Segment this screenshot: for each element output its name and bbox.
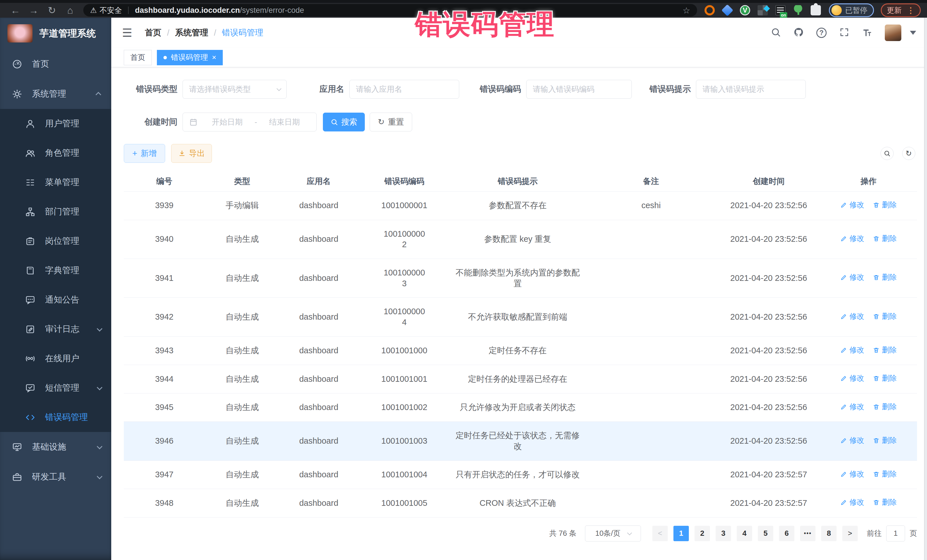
address-bar[interactable]: ⚠ 不安全 dashboard.yudao.iocoder.cn/system/…	[83, 4, 697, 17]
sidebar-item-4[interactable]: 菜单管理	[0, 168, 111, 197]
toggle-search-button[interactable]	[880, 147, 894, 160]
goto-page-input[interactable]	[886, 525, 905, 542]
profile-chip[interactable]: 已暂停	[829, 3, 874, 17]
reload-icon[interactable]: ↻	[43, 5, 61, 16]
sidebar-item-12[interactable]: 错误码管理	[0, 403, 111, 432]
extension-icon[interactable]: on	[775, 5, 786, 15]
tab-close-icon[interactable]: ×	[212, 53, 216, 62]
pagination: 共 76 条 10条/页 <123456•••8> 前往 页	[124, 525, 917, 553]
type-select[interactable]	[182, 80, 287, 99]
bookmark-star-icon[interactable]: ☆	[682, 5, 690, 15]
edit-link[interactable]: 修改	[840, 498, 864, 507]
type-select-input[interactable]	[189, 85, 274, 94]
hamburger-icon[interactable]: ☰	[122, 26, 132, 39]
extension-icon[interactable]	[793, 5, 803, 15]
sidebar-item-0[interactable]: 首页	[0, 49, 111, 79]
breadcrumb-system[interactable]: 系统管理	[175, 27, 208, 38]
sidebar-logo[interactable]: 芋道管理系统	[0, 18, 111, 49]
browser-update-button[interactable]: 更新 ⋮	[881, 3, 921, 17]
prev-page-button[interactable]: <	[652, 526, 668, 541]
delete-link[interactable]: 删除	[873, 234, 897, 243]
export-button[interactable]: 导出	[171, 144, 212, 163]
page-button-3[interactable]: 3	[716, 526, 731, 541]
page-size-select[interactable]: 10条/页	[585, 525, 641, 542]
extension-icon[interactable]: V	[740, 5, 750, 15]
delete-link[interactable]: 删除	[873, 469, 897, 479]
delete-link[interactable]: 删除	[873, 498, 897, 507]
sidebar-item-7[interactable]: 字典管理	[0, 256, 111, 285]
edit-link[interactable]: 修改	[840, 234, 864, 243]
page-button-8[interactable]: 8	[821, 526, 837, 541]
page-button-5[interactable]: 5	[758, 526, 773, 541]
delete-link[interactable]: 删除	[873, 402, 897, 412]
row-app: dashboard	[280, 422, 358, 460]
back-icon[interactable]: ←	[6, 5, 24, 16]
help-icon[interactable]: ?	[816, 28, 827, 38]
edit-link[interactable]: 修改	[840, 312, 864, 321]
fullscreen-icon[interactable]	[839, 27, 849, 38]
page-button-6[interactable]: 6	[779, 526, 794, 541]
end-date-input[interactable]	[259, 118, 310, 127]
delete-link[interactable]: 删除	[873, 312, 897, 321]
code-input[interactable]	[533, 85, 625, 94]
start-date-input[interactable]	[202, 118, 253, 127]
reset-button[interactable]: ↻ 重置	[370, 112, 412, 132]
delete-link[interactable]: 删除	[873, 273, 897, 282]
delete-link[interactable]: 删除	[873, 345, 897, 355]
sidebar-item-label: 首页	[32, 58, 49, 70]
home-icon[interactable]: ⌂	[61, 5, 79, 16]
date-range-picker[interactable]: -	[182, 112, 317, 132]
security-warning[interactable]: ⚠ 不安全	[90, 5, 122, 15]
sidebar-item-2[interactable]: 用户管理	[0, 109, 111, 138]
sidebar-item-13[interactable]: 基础设施	[0, 432, 111, 462]
sidebar-item-14[interactable]: 研发工具	[0, 462, 111, 492]
delete-link[interactable]: 删除	[873, 200, 897, 210]
page-button-2[interactable]: 2	[694, 526, 710, 541]
sidebar-item-6[interactable]: 岗位管理	[0, 226, 111, 256]
github-icon[interactable]	[793, 27, 804, 38]
edit-link[interactable]: 修改	[840, 373, 864, 383]
breadcrumb-home[interactable]: 首页	[145, 27, 161, 38]
refresh-table-button[interactable]: ↻	[902, 147, 915, 160]
add-button[interactable]: + 新增	[124, 144, 165, 163]
sidebar-item-3[interactable]: 角色管理	[0, 138, 111, 168]
extension-icon[interactable]	[721, 4, 733, 16]
more-pages-button[interactable]: •••	[800, 526, 816, 541]
page-button-4[interactable]: 4	[737, 526, 752, 541]
extension-icon[interactable]	[758, 5, 768, 15]
profile-avatar	[831, 5, 842, 15]
scrollbar[interactable]	[924, 18, 927, 560]
edit-link[interactable]: 修改	[840, 273, 864, 282]
row-time: 2021-04-20 23:52:56	[717, 393, 820, 422]
delete-link[interactable]: 删除	[873, 436, 897, 445]
avatar-caret-icon[interactable]	[910, 31, 916, 35]
browser-menu-icon[interactable]: ⋮	[907, 6, 915, 15]
edit-link[interactable]: 修改	[840, 402, 864, 412]
sidebar-item-9[interactable]: 审计日志	[0, 314, 111, 344]
user-avatar[interactable]	[885, 24, 901, 41]
sidebar-item-10[interactable]: 在线用户	[0, 344, 111, 373]
forward-icon[interactable]: →	[24, 5, 43, 16]
extensions-puzzle-icon[interactable]	[811, 5, 821, 15]
delete-link[interactable]: 删除	[873, 373, 897, 383]
search-button[interactable]: 搜索	[323, 112, 365, 132]
tree-table-icon	[24, 177, 36, 188]
sidebar-item-11[interactable]: 短信管理	[0, 373, 111, 403]
edit-link[interactable]: 修改	[840, 436, 864, 445]
app-input[interactable]	[356, 85, 453, 94]
tab-error-code[interactable]: 错误码管理 ×	[157, 50, 223, 65]
sidebar-item-5[interactable]: 部门管理	[0, 197, 111, 226]
msg-input[interactable]	[702, 85, 799, 94]
next-page-button[interactable]: >	[842, 526, 858, 541]
sidebar-item-1[interactable]: 系统管理	[0, 79, 111, 109]
edit-link[interactable]: 修改	[840, 200, 864, 210]
sidebar-item-8[interactable]: 通知公告	[0, 285, 111, 314]
font-size-icon[interactable]	[862, 27, 872, 38]
edit-link[interactable]: 修改	[840, 469, 864, 479]
tab-home[interactable]: 首页	[124, 50, 152, 65]
peoples-icon	[24, 147, 36, 159]
extension-icon[interactable]	[705, 5, 715, 15]
search-icon[interactable]	[771, 27, 781, 38]
page-button-1[interactable]: 1	[673, 526, 689, 541]
edit-link[interactable]: 修改	[840, 345, 864, 355]
